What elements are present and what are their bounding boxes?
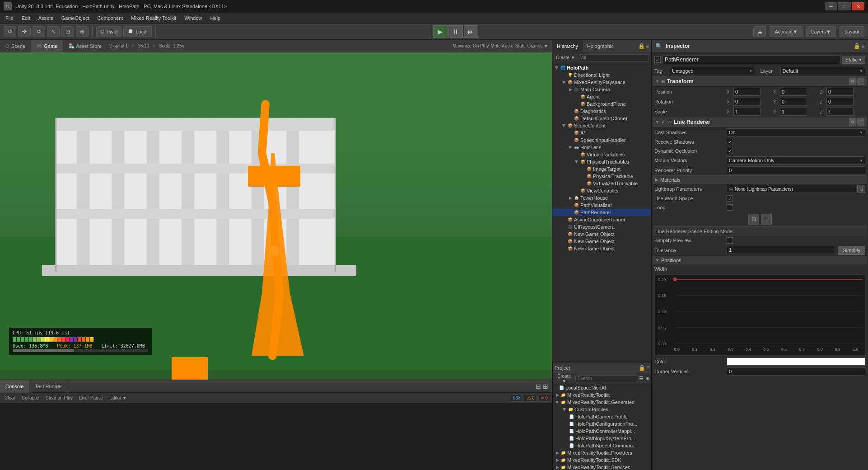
project-grid-btn[interactable]: ⊞ [645,376,649,381]
scale-x-field[interactable] [733,108,761,116]
component-icon-btn[interactable]: ⊡ [748,214,759,225]
transform-overflow-btn[interactable]: ⋮ [857,78,864,85]
scale-z-field[interactable] [826,108,854,116]
dynamic-occlusion-check[interactable] [727,148,733,154]
project-create-btn[interactable]: Create ▼ [555,373,574,385]
width-graph[interactable]: 0.20 0.15 0.10 0.05 0.00 0.0 0.1 0.2 0.3… [654,274,865,356]
inspector-lock-btn[interactable]: 🔒 [854,43,860,49]
play-button[interactable]: ▶ [433,25,448,38]
materials-header[interactable]: ▶ Materials [653,175,867,184]
tool-move[interactable]: ✛ [18,26,31,37]
tree-item-phystrack[interactable]: ▶ 📦 PhysicalTrackables [552,158,651,165]
hierarchy-menu-btn[interactable]: ≡ [646,43,649,49]
account-button[interactable]: Account ▼ [770,26,803,37]
hierarchy-search[interactable] [579,54,649,61]
lightmap-params-pick-btn[interactable]: ⊙ [857,185,865,193]
maximize-button[interactable]: □ [838,2,851,10]
motion-vectors-dropdown[interactable]: Camera Motion Only [727,156,865,164]
loop-check[interactable] [727,204,733,211]
static-button[interactable]: Static [842,56,865,64]
menu-window[interactable]: Window [181,14,205,22]
receive-shadows-check[interactable] [727,139,733,145]
lineren-overflow-btn[interactable]: ⋮ [857,118,864,126]
collapse-button[interactable]: Collapse [19,395,42,401]
tool-transform[interactable]: ⊕ [76,26,89,37]
mute-audio[interactable]: Mute Audio [491,43,513,48]
minimize-button[interactable]: ─ [825,2,837,10]
tool-hand[interactable]: ↺ [4,26,16,37]
error-pause-button[interactable]: Error Pause [76,395,106,401]
close-button[interactable]: ✕ [852,2,864,10]
rotation-z-field[interactable] [826,98,854,106]
project-item-mrtk[interactable]: ▶ 📁 MixedRealityToolkit [553,391,651,399]
simplify-preview-check[interactable] [727,237,733,244]
menu-help[interactable]: Help [207,14,224,22]
corner-vertices-field[interactable] [727,367,865,376]
color-preview[interactable] [727,357,865,366]
console-collapse-btn[interactable]: ⊟ [536,383,541,390]
tree-item-astar[interactable]: 📦 A* [552,129,651,136]
tab-game[interactable]: 🎮 Game [31,40,63,52]
tab-console[interactable]: Console [0,380,29,393]
object-enabled-check[interactable] [654,56,661,63]
tab-holographic[interactable]: Holographic [583,40,618,52]
tree-item-dirlight[interactable]: 💡 Directional Light [552,71,651,79]
tree-item-maincamera[interactable]: ▶ 🎥 Main Camera [552,86,651,93]
project-item-configprofile[interactable]: 📄 HoloPathConfigurationPro... [553,420,651,428]
menu-file[interactable]: File [2,14,17,22]
tree-item-phystrackable[interactable]: 📦 PhysicalTrackable [552,173,651,180]
use-world-space-check[interactable] [727,195,733,202]
project-item-camprofile[interactable]: 📄 HoloPathCameraProfile [553,413,651,420]
project-item-speechprofile[interactable]: 📄 HoloPathSpeechComman... [553,442,651,449]
tree-item-imagetarget[interactable]: 📦 ImageTarget [552,165,651,173]
line-renderer-header[interactable]: ▼ ✓ 〰 Line Renderer ⚙ ⋮ [653,117,867,127]
menu-edit[interactable]: Edit [18,14,34,22]
menu-assets[interactable]: Assets [35,14,57,22]
editor-button[interactable]: Editor ▼ [107,395,130,401]
simplify-button[interactable]: Simplify [838,246,865,255]
game-viewport[interactable]: CPU: 51 fps (19.6 ms) [0,52,552,380]
hierarchy-lock-btn[interactable]: 🔒 [638,43,645,49]
menu-gameobject[interactable]: GameObject [58,14,93,22]
tree-item-bgplane[interactable]: 📦 BackgroundPlane [552,100,651,108]
project-item-inputprofile[interactable]: 📄 HoloPathInputSystemPro... [553,435,651,442]
maximize-on-play[interactable]: Maximize On Play [453,43,489,48]
tab-hierarchy[interactable]: Hierarchy [552,40,583,52]
position-z-field[interactable] [826,88,854,96]
console-expand-btn[interactable]: ⊞ [543,383,548,390]
local-toggle[interactable]: 🔲 Local [123,26,151,37]
rotation-y-field[interactable] [780,98,807,106]
tab-test-runner[interactable]: Test Runner [29,380,67,393]
tree-item-mixedreality[interactable]: ▶ 📦 MixedRealityPlayspace [552,79,651,86]
project-item-ctrlprofile[interactable]: 📄 HoloPathControllerMappi... [553,428,651,435]
inspector-menu-btn[interactable]: ≡ [861,43,864,49]
tree-item-newobj1[interactable]: 📦 New Game Object [552,230,651,238]
project-item-localspace[interactable]: 📄 LocalSpaceRichAI [553,384,651,391]
project-search[interactable] [575,375,637,382]
pivot-toggle[interactable]: ◎ Pivot [96,26,121,37]
tab-scene[interactable]: ⬡ Scene [0,40,31,52]
step-button[interactable]: ⏭ [464,25,478,38]
tree-item-hololens[interactable]: ▶ 🥽 HoloLens [552,144,651,151]
tree-item-uiraycast[interactable]: 🎥 UIRaycastCamera [552,223,651,230]
renderer-priority-field[interactable] [727,166,865,174]
tool-rotate[interactable]: ↺ [33,26,45,37]
lineren-settings-btn[interactable]: ⚙ [849,118,856,126]
object-name-input[interactable] [663,55,840,64]
scale-y-field[interactable] [780,108,807,116]
layers-button[interactable]: Layers ▼ [806,26,836,37]
project-item-customprofiles[interactable]: ▶ 📁 CustomProfiles [553,406,651,413]
rotation-x-field[interactable] [733,98,761,106]
pause-button[interactable]: ⏸ [448,25,463,38]
tool-rect[interactable]: ⊡ [61,26,74,37]
tag-field[interactable]: Untagged [670,67,755,75]
project-item-mrtk-sdk[interactable]: ▶ 📁 MixedRealityToolkit.SDK [553,456,651,464]
lightmap-params-field[interactable]: ◎ None (Lightmap Parameters) [727,185,856,193]
project-item-mrtk-gen[interactable]: ▶ 📁 MixedRealityToolkit.Generated [553,399,651,406]
tree-item-newobj3[interactable]: 📦 New Game Object [552,245,651,252]
transform-header[interactable]: ▼ ⊕ Transform ⚙ ⋮ [653,76,867,87]
stats-btn[interactable]: Stats [515,43,526,48]
cloud-button[interactable]: ☁ [753,26,766,37]
tree-item-virttrackable[interactable]: 📦 VirtualizedTrackable [552,180,651,187]
clear-on-play-button[interactable]: Clear on Play [43,395,75,401]
